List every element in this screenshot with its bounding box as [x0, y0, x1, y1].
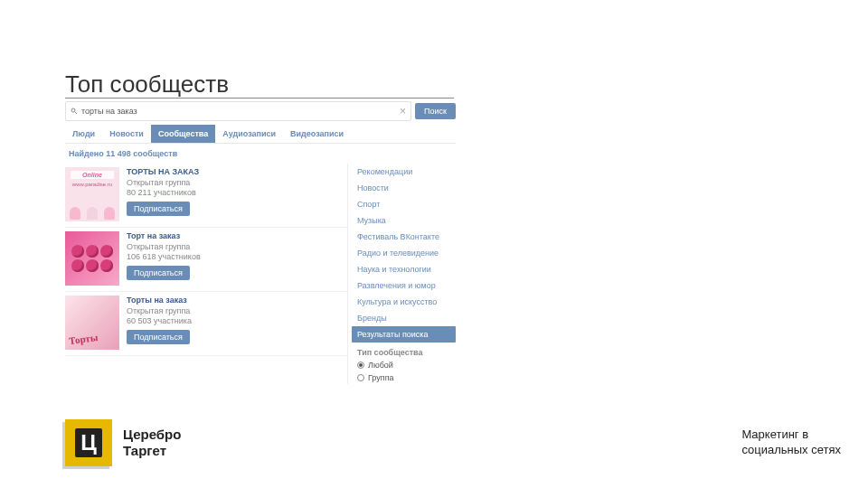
sidebar-item[interactable]: Бренды — [355, 310, 456, 326]
community-title[interactable]: Торты на заказ — [127, 296, 192, 305]
sidebar-item-results[interactable]: Результаты поиска — [352, 326, 456, 343]
logo-mark: Ц — [65, 419, 112, 466]
search-icon — [71, 108, 78, 115]
community-type: Открытая группа — [127, 178, 199, 187]
subscribe-button[interactable]: Подписаться — [127, 266, 190, 280]
community-type: Открытая группа — [127, 306, 192, 315]
filters-sidebar: Рекомендации Новости Спорт Музыка Фестив… — [347, 164, 456, 384]
subscribe-button[interactable]: Подписаться — [127, 330, 190, 344]
sidebar-item[interactable]: Новости — [355, 180, 456, 196]
clear-icon[interactable]: × — [400, 105, 406, 117]
svg-point-0 — [71, 108, 75, 112]
title-underline — [65, 98, 454, 99]
list-item: Online www.paradise.ru ТОРТЫ НА ЗАКАЗ От… — [65, 164, 347, 228]
community-members: 80 211 участников — [127, 188, 199, 197]
vk-screenshot: торты на заказ × Поиск Люди Новости Сооб… — [65, 101, 456, 387]
search-input[interactable]: торты на заказ × — [65, 101, 411, 121]
list-item: Торт на заказ Открытая группа 106 618 уч… — [65, 228, 347, 292]
sidebar-item[interactable]: Наука и технологии — [355, 261, 456, 277]
tab-news[interactable]: Новости — [102, 125, 151, 143]
community-avatar[interactable]: Торты — [65, 296, 119, 350]
search-tabs: Люди Новости Сообщества Аудиозаписи Виде… — [65, 125, 456, 144]
thumb-label: Online — [71, 171, 114, 179]
results-count: Найдено 11 498 сообществ — [69, 149, 456, 158]
subscribe-button[interactable]: Подписаться — [127, 202, 190, 216]
community-title[interactable]: Торт на заказ — [127, 231, 201, 240]
tab-video[interactable]: Видеозаписи — [283, 125, 351, 143]
tab-people[interactable]: Люди — [65, 125, 102, 143]
community-type: Открытая группа — [127, 242, 201, 251]
community-members: 106 618 участников — [127, 252, 201, 261]
logo-letter: Ц — [75, 428, 102, 457]
sidebar-item[interactable]: Радио и телевидение — [355, 245, 456, 261]
sidebar-item[interactable]: Рекомендации — [355, 164, 456, 180]
brand-line2: Таргет — [123, 443, 181, 459]
thumb-label: Торты — [68, 332, 99, 346]
type-label: Группа — [368, 373, 394, 382]
tab-communities[interactable]: Сообщества — [151, 125, 215, 143]
slide-title: Топ сообществ — [65, 70, 229, 99]
sidebar-item[interactable]: Культура и искусство — [355, 294, 456, 310]
sidebar-item[interactable]: Фестиваль ВКонтакте — [355, 229, 456, 245]
type-option[interactable]: Группа — [355, 371, 456, 384]
sidebar-item[interactable]: Музыка — [355, 212, 456, 229]
radio-icon — [357, 361, 364, 369]
svg-line-1 — [75, 112, 78, 115]
list-item: Торты Торты на заказ Открытая группа 60 … — [65, 292, 347, 356]
community-avatar[interactable] — [65, 231, 119, 286]
tab-audio[interactable]: Аудиозаписи — [215, 125, 283, 143]
type-option[interactable]: Любой — [355, 359, 456, 371]
sidebar-item[interactable]: Развлечения и юмор — [355, 277, 456, 294]
type-header: Тип сообщества — [355, 343, 456, 359]
sidebar-item[interactable]: Спорт — [355, 196, 456, 212]
community-title[interactable]: ТОРТЫ НА ЗАКАЗ — [127, 167, 199, 176]
search-query: торты на заказ — [81, 107, 137, 116]
footer: Ц Церебро Таргет Маркетинг в социальных … — [65, 419, 841, 466]
community-avatar[interactable]: Online www.paradise.ru — [65, 167, 119, 221]
brand-name: Церебро Таргет — [123, 427, 181, 459]
tagline-line2: социальных сетях — [741, 443, 841, 458]
tagline: Маркетинг в социальных сетях — [741, 427, 841, 458]
brand-line1: Церебро — [123, 427, 181, 443]
results-list: Online www.paradise.ru ТОРТЫ НА ЗАКАЗ От… — [65, 164, 347, 384]
radio-icon — [357, 374, 364, 381]
community-members: 60 503 участника — [127, 316, 192, 325]
type-label: Любой — [368, 361, 393, 370]
tagline-line1: Маркетинг в — [741, 427, 841, 443]
search-button[interactable]: Поиск — [415, 103, 456, 119]
thumb-sublabel: www.paradise.ru — [65, 182, 119, 187]
